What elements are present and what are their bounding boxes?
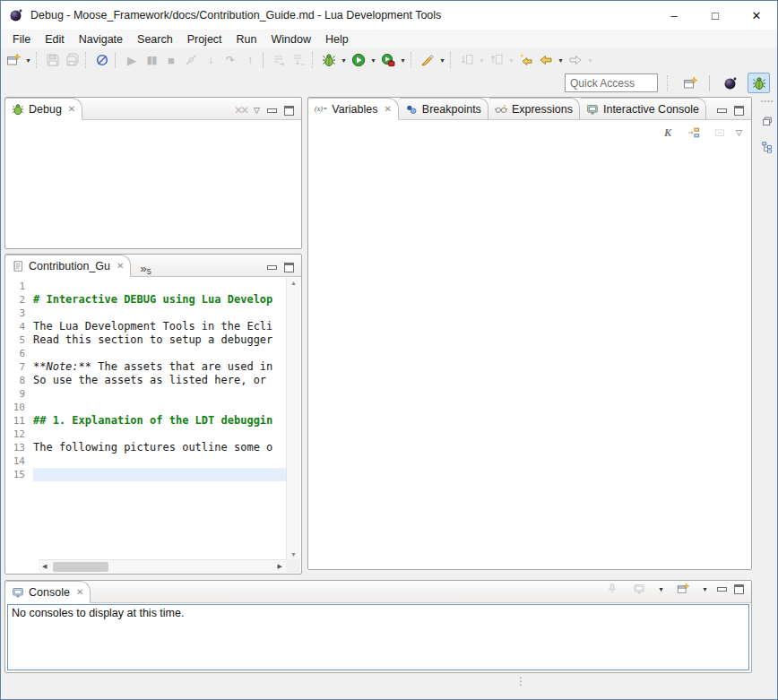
code-line[interactable]: 11## 1. Explanation of the LDT debuggin <box>6 414 286 428</box>
run-button[interactable] <box>349 50 368 70</box>
show-logical-structures-button[interactable] <box>684 123 704 143</box>
menu-window[interactable]: Window <box>264 31 318 48</box>
display-console-dropdown[interactable]: ▾ <box>656 579 666 599</box>
open-console-button[interactable] <box>673 579 693 599</box>
new-wizard-button[interactable] <box>4 50 23 70</box>
close-tab-icon[interactable]: ✕ <box>384 104 391 114</box>
code-line[interactable]: 7**Note:** The assets that are used in <box>6 360 286 374</box>
disconnect-button[interactable] <box>181 50 201 70</box>
highlighter-pen-button[interactable] <box>418 50 437 70</box>
code-line[interactable]: 2# Interactive DEBUG using Lua Develop <box>6 293 286 307</box>
debug-perspective-button[interactable] <box>748 73 770 93</box>
drop-to-frame-button[interactable] <box>290 50 309 70</box>
quick-access-input[interactable] <box>565 73 658 92</box>
code-line[interactable]: 9 <box>6 387 286 401</box>
scroll-right-icon[interactable]: ▶ <box>278 563 282 570</box>
menu-run[interactable]: Run <box>229 31 264 48</box>
minimize-view-button[interactable] <box>717 108 727 113</box>
previous-annotation-dropdown[interactable]: ▾ <box>506 50 516 70</box>
code-line[interactable]: 13The following pictures outline some o <box>6 441 286 454</box>
code-line[interactable]: 4The Lua Development Tools in the Ecli <box>6 320 286 333</box>
minimize-view-button[interactable] <box>717 587 727 592</box>
menu-file[interactable]: File <box>5 31 38 48</box>
tab-editor-contribution-guide[interactable]: Contribution_Gu ✕ <box>5 255 131 277</box>
resume-button[interactable]: ▶ <box>122 50 142 70</box>
tab-expressions[interactable]: Expressions <box>488 98 580 120</box>
back-dropdown[interactable]: ▾ <box>556 50 566 70</box>
last-edit-location-button[interactable] <box>516 50 536 70</box>
minimize-window-button[interactable]: – <box>653 1 695 30</box>
debug-view-body[interactable] <box>6 121 300 247</box>
forward-button[interactable] <box>566 50 585 70</box>
editor-vertical-scrollbar[interactable]: ▲ ▼ <box>286 278 300 559</box>
use-step-filters-button[interactable] <box>270 50 290 70</box>
code-line[interactable]: 5Read this section to setup a debugger <box>6 333 286 347</box>
close-window-button[interactable]: ✕ <box>736 1 777 30</box>
open-console-dropdown[interactable]: ▾ <box>700 579 710 599</box>
step-return-button[interactable]: ↑ <box>240 50 260 70</box>
editor-lines[interactable]: 12# Interactive DEBUG using Lua Develop3… <box>6 280 286 558</box>
scrollbar-thumb[interactable] <box>53 562 108 572</box>
code-line[interactable]: 12 <box>6 428 286 441</box>
suspend-button[interactable]: ▮▮ <box>142 50 161 70</box>
tab-console[interactable]: Console ✕ <box>5 581 91 603</box>
external-tools-button[interactable] <box>378 50 398 70</box>
scroll-down-icon[interactable]: ▼ <box>290 551 297 557</box>
display-selected-console-button[interactable] <box>629 579 649 599</box>
save-button[interactable] <box>43 50 63 70</box>
skip-all-breakpoints-button[interactable] <box>92 50 112 70</box>
pin-console-button[interactable] <box>602 579 622 599</box>
maximize-window-button[interactable]: □ <box>695 1 736 30</box>
tab-variables[interactable]: (x)= Variables ✕ <box>308 98 399 120</box>
external-tools-dropdown[interactable]: ▾ <box>398 50 408 70</box>
tab-debug[interactable]: Debug ✕ <box>5 98 82 120</box>
code-line[interactable]: 6 <box>6 347 286 360</box>
new-wizard-dropdown[interactable]: ▾ <box>23 50 33 70</box>
close-tab-icon[interactable]: ✕ <box>117 261 124 271</box>
collapse-all-button[interactable] <box>710 123 730 143</box>
menu-help[interactable]: Help <box>318 31 356 48</box>
editor-horizontal-scrollbar[interactable]: ◀ ▶ <box>39 559 286 573</box>
code-line[interactable]: 15 <box>6 468 286 481</box>
menu-project[interactable]: Project <box>180 31 229 48</box>
tab-interactive-console[interactable]: Interactive Console <box>580 98 706 120</box>
view-menu-button[interactable]: ▽ <box>254 107 260 115</box>
terminate-button[interactable]: ■ <box>161 50 181 70</box>
code-line[interactable]: 3 <box>6 307 286 320</box>
close-tab-icon[interactable]: ✕ <box>76 587 83 597</box>
code-line[interactable]: 10 <box>6 401 286 414</box>
maximize-view-button[interactable] <box>284 263 294 272</box>
maximize-view-button[interactable] <box>734 106 744 116</box>
code-line[interactable]: 14 <box>6 454 286 468</box>
save-all-button[interactable] <box>63 50 82 70</box>
code-line[interactable]: 8So use the assets as listed here, or <box>6 374 286 387</box>
scroll-left-icon[interactable]: ◀ <box>42 563 47 570</box>
back-button[interactable] <box>536 50 556 70</box>
open-perspective-button[interactable] <box>680 73 700 93</box>
code-line[interactable]: 1 <box>6 280 286 293</box>
next-annotation-button[interactable] <box>457 50 477 70</box>
next-annotation-dropdown[interactable]: ▾ <box>477 50 487 70</box>
menu-search[interactable]: Search <box>130 31 180 48</box>
step-over-button[interactable]: ↷ <box>220 50 240 70</box>
view-menu-button[interactable]: ▽ <box>736 129 742 137</box>
tab-breakpoints[interactable]: Breakpoints <box>399 98 488 120</box>
variables-view-body[interactable] <box>309 144 750 568</box>
debug-dropdown[interactable]: ▾ <box>339 50 349 70</box>
debug-button[interactable] <box>319 50 339 70</box>
outline-view-button[interactable] <box>758 138 776 156</box>
console-body[interactable]: No consoles to display at this time. <box>7 604 749 670</box>
minimize-view-button[interactable] <box>267 108 277 113</box>
forward-dropdown[interactable]: ▾ <box>585 50 595 70</box>
menu-edit[interactable]: Edit <box>38 31 72 48</box>
minimize-view-button[interactable] <box>267 265 277 270</box>
lua-perspective-button[interactable] <box>719 73 741 93</box>
sash-drag-handle[interactable]: ⋮ <box>515 678 526 686</box>
scroll-up-icon[interactable]: ▲ <box>290 280 297 286</box>
editor-overflow-chevron[interactable]: »5 <box>131 260 160 276</box>
close-tab-icon[interactable]: ✕ <box>68 104 75 114</box>
show-type-names-button[interactable]: K <box>658 123 678 143</box>
run-dropdown[interactable]: ▾ <box>368 50 378 70</box>
highlighter-pen-dropdown[interactable]: ▾ <box>437 50 447 70</box>
previous-annotation-button[interactable] <box>487 50 506 70</box>
